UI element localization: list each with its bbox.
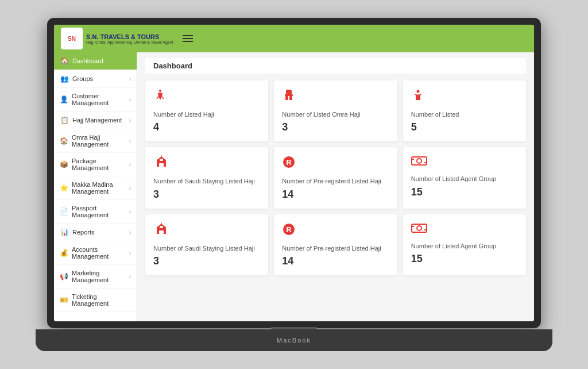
sidebar-item-ticketing-management[interactable]: 🎫 Ticketing Management xyxy=(54,289,137,312)
sidebar-label: Groups xyxy=(72,75,93,82)
sidebar-icon: 👤 xyxy=(60,95,68,103)
app-body: 🏠 Dashboard 👥 Groups › 👤 Customer Manage… xyxy=(54,52,534,321)
sidebar-item-accounts-management[interactable]: 💰 Accounts Management › xyxy=(54,241,137,265)
chevron-right-icon: › xyxy=(129,138,131,144)
stat-card-0: Number of Listed Haji 4 xyxy=(145,80,268,141)
svg-rect-4 xyxy=(289,96,292,100)
sidebar-icon: 📦 xyxy=(60,160,68,168)
sidebar-label: Omra Hajj Management xyxy=(72,134,129,148)
stat-value: 3 xyxy=(282,121,389,133)
stat-value: 5 xyxy=(411,121,518,133)
sidebar-icon: 📄 xyxy=(60,207,68,216)
stat-card-7: R Number of Pre-registerd Listed Haji 14 xyxy=(274,214,397,275)
stat-icon-money xyxy=(411,222,518,237)
sidebar-item-makka-madina-management[interactable]: ⭐ Makka Madina Management › xyxy=(54,176,137,200)
sidebar-label: Customer Management xyxy=(72,93,129,106)
stat-icon-registered: R xyxy=(282,155,389,172)
macbook-label: MacBook xyxy=(277,337,311,344)
svg-point-0 xyxy=(159,90,161,92)
stat-value: 3 xyxy=(153,255,260,267)
sidebar-icon: 📢 xyxy=(60,272,68,280)
svg-point-19 xyxy=(161,222,162,224)
svg-rect-16 xyxy=(159,230,164,234)
hamburger-menu[interactable] xyxy=(183,35,193,42)
page-title: Dashboard xyxy=(145,58,526,74)
svg-rect-6 xyxy=(159,163,164,167)
sidebar-label: Makka Madina Management xyxy=(72,181,129,195)
sidebar-item-customer-management[interactable]: 👤 Customer Management › xyxy=(54,88,137,112)
sidebar-icon: 💰 xyxy=(60,249,68,257)
stat-value: 15 xyxy=(411,186,518,198)
sidebar-icon: 🏠 xyxy=(60,137,68,145)
stat-icon-suit xyxy=(411,89,518,106)
chevron-right-icon: › xyxy=(129,209,131,215)
svg-point-9 xyxy=(161,156,162,157)
sidebar-item-marketing-management[interactable]: 📢 Marketing Management › xyxy=(54,265,137,289)
svg-point-5 xyxy=(416,90,419,93)
stat-icon-registered: R xyxy=(282,222,389,240)
stat-card-8: Number of Listed Agent Group 15 xyxy=(403,214,526,275)
stat-label: Number of Listed Omra Haji xyxy=(282,110,389,119)
svg-point-17 xyxy=(160,226,163,228)
sidebar-label: Accounts Management xyxy=(72,246,129,260)
svg-text:R: R xyxy=(287,225,292,234)
stat-value: 14 xyxy=(282,255,389,267)
stat-icon-mosque xyxy=(153,155,260,172)
top-bar: SN S.N. TRAVELS & TOURS Hajj, Omra, Appr… xyxy=(54,25,534,52)
stat-icon-mosque xyxy=(153,222,260,240)
stat-label: Number of Pre-registerd Listed Haji xyxy=(282,244,389,253)
chevron-right-icon: › xyxy=(129,250,131,256)
stat-value: 15 xyxy=(411,253,518,265)
stat-card-5: Number of Listed Agent Group 15 xyxy=(403,147,526,208)
sidebar-label: Passport Management xyxy=(72,205,129,218)
chevron-right-icon: › xyxy=(129,274,131,280)
stat-card-1: Number of Listed Omra Haji 3 xyxy=(274,80,397,141)
logo-text: S.N. TRAVELS & TOURS Hajj, Omra, Approve… xyxy=(86,33,173,44)
svg-rect-3 xyxy=(285,96,288,100)
sidebar-item-passport-management[interactable]: 📄 Passport Management › xyxy=(54,200,137,224)
dashboard-grid: Number of Listed Haji 4 Number of Listed… xyxy=(145,80,526,275)
chevron-right-icon: › xyxy=(129,162,131,168)
stat-label: Number of Listed Agent Group xyxy=(411,175,518,183)
svg-point-13 xyxy=(417,159,421,163)
sidebar-label: Dashboard xyxy=(72,57,103,64)
sidebar-icon: 📋 xyxy=(60,116,69,124)
sidebar-icon: 👥 xyxy=(60,75,69,83)
logo-short: SN xyxy=(68,36,76,42)
sidebar-label: Marketing Management xyxy=(72,270,129,283)
stat-card-2: Number of Listed 5 xyxy=(403,80,526,141)
stat-label: Number of Saudi Staying Listed Haji xyxy=(153,177,260,186)
sidebar-item-reports[interactable]: 📊 Reports › xyxy=(54,224,137,241)
brand-name: S.N. TRAVELS & TOURS xyxy=(86,33,173,40)
stat-card-4: R Number of Pre-registerd Listed Haji 14 xyxy=(274,147,397,208)
main-content: Dashboard Number of Listed Haji 4 Number… xyxy=(137,52,534,321)
svg-rect-2 xyxy=(285,94,293,96)
laptop-screen: SN S.N. TRAVELS & TOURS Hajj, Omra, Appr… xyxy=(54,25,534,321)
logo-box: SN xyxy=(61,28,83,49)
svg-point-23 xyxy=(417,226,421,230)
stat-value: 4 xyxy=(153,121,260,133)
stat-label: Number of Listed xyxy=(411,110,518,119)
chevron-right-icon: › xyxy=(129,185,131,191)
sidebar-item-dashboard[interactable]: 🏠 Dashboard xyxy=(54,52,137,70)
sidebar-item-groups[interactable]: 👥 Groups › xyxy=(54,70,137,88)
svg-point-7 xyxy=(160,159,163,161)
stat-label: Number of Listed Agent Group xyxy=(411,242,518,251)
brand-tagline: Hajj, Omra, Approved Haj, Umrah & Travel… xyxy=(86,40,173,44)
svg-rect-1 xyxy=(286,90,292,94)
sidebar-item-package-management[interactable]: 📦 Package Management › xyxy=(54,153,137,176)
stat-value: 14 xyxy=(282,189,389,201)
stat-value: 3 xyxy=(153,189,260,201)
stat-card-6: Number of Saudi Staying Listed Haji 3 xyxy=(145,214,268,275)
stat-label: Number of Pre-registerd Listed Haji xyxy=(282,177,389,186)
sidebar-icon: 📊 xyxy=(60,228,69,236)
laptop-base: MacBook xyxy=(36,329,552,351)
sidebar: 🏠 Dashboard 👥 Groups › 👤 Customer Manage… xyxy=(54,52,137,321)
svg-text:R: R xyxy=(287,158,292,167)
laptop-body: SN S.N. TRAVELS & TOURS Hajj, Omra, Appr… xyxy=(47,18,541,328)
chevron-right-icon: › xyxy=(129,76,131,82)
sidebar-icon: 🎫 xyxy=(60,296,68,304)
sidebar-item-hajj-management[interactable]: 📋 Hajj Management › xyxy=(54,112,137,129)
stat-icon-person xyxy=(282,89,389,106)
sidebar-item-omra-hajj-management[interactable]: 🏠 Omra Hajj Management › xyxy=(54,129,137,153)
